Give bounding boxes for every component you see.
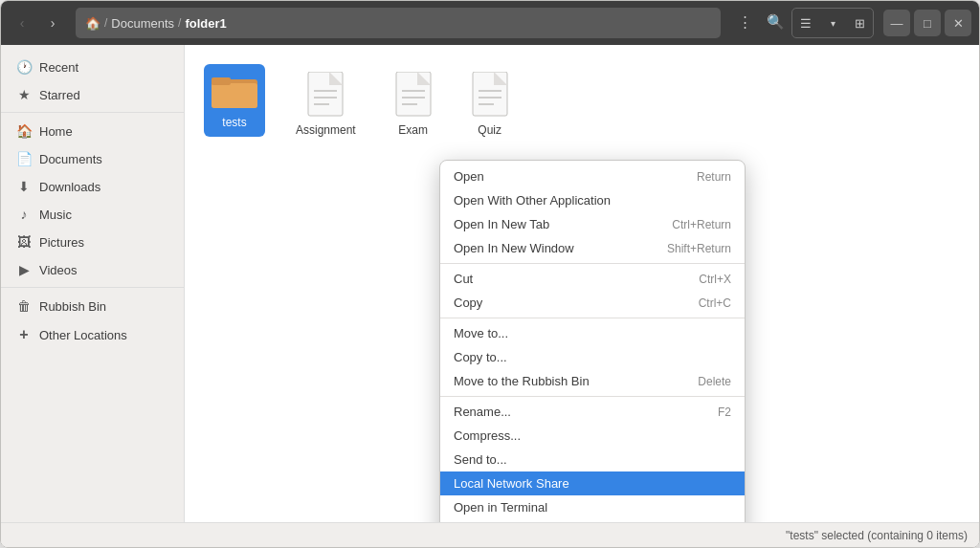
ctx-compress-label: Compress...: [454, 428, 521, 443]
sidebar-label-starred: Starred: [39, 88, 80, 102]
list-view-button[interactable]: ☰: [792, 9, 819, 37]
sidebar-item-downloads[interactable]: ⬇ Downloads: [5, 173, 180, 200]
context-menu: Open Return Open With Other Application …: [439, 160, 746, 522]
music-icon: ♪: [16, 207, 32, 222]
ctx-rename[interactable]: Rename... F2: [440, 400, 745, 424]
file-name-assignment: Assignment: [296, 123, 356, 137]
ctx-copy-to[interactable]: Copy to...: [440, 345, 745, 369]
videos-icon: ▶: [16, 262, 32, 277]
ctx-copy-to-label: Copy to...: [454, 350, 507, 364]
menu-button[interactable]: ⋮: [730, 8, 759, 36]
file-manager-window: ‹ › 🏠 / Documents / folder1 ⋮ 🔍 ☰ ▾ ⊞ — …: [0, 0, 980, 548]
grid-view-button[interactable]: ⊞: [846, 9, 873, 37]
documents-icon: 📄: [16, 151, 32, 166]
ctx-copy-shortcut: Ctrl+C: [699, 296, 731, 310]
ctx-open-terminal[interactable]: Open in Terminal: [440, 495, 745, 519]
ctx-rename-label: Rename...: [454, 405, 511, 419]
back-button[interactable]: ‹: [9, 10, 35, 36]
status-text: "tests" selected (containing 0 items): [786, 529, 968, 542]
ctx-cut[interactable]: Cut Ctrl+X: [440, 267, 745, 291]
sidebar-item-music[interactable]: ♪ Music: [5, 201, 180, 228]
file-item-exam[interactable]: Exam: [387, 64, 440, 144]
svg-rect-1: [212, 83, 257, 108]
sidebar-label-rubbish: Rubbish Bin: [39, 299, 106, 314]
ctx-cut-label: Cut: [454, 272, 473, 286]
sidebar-label-downloads: Downloads: [39, 180, 100, 194]
sidebar-item-home[interactable]: 🏠 Home: [5, 118, 180, 144]
sidebar-label-music: Music: [39, 208, 72, 222]
ctx-local-network-label: Local Network Share: [454, 476, 569, 491]
pictures-icon: 🖼: [16, 234, 32, 250]
minimize-button[interactable]: —: [883, 10, 910, 36]
file-item-assignment[interactable]: Assignment: [288, 64, 364, 144]
ctx-move-rubbish-shortcut: Delete: [698, 375, 731, 388]
ctx-send-to-label: Send to...: [454, 452, 507, 467]
sidebar-item-videos[interactable]: ▶ Videos: [5, 256, 180, 283]
downloads-icon: ⬇: [16, 179, 32, 194]
ctx-move-rubbish[interactable]: Move to the Rubbish Bin Delete: [440, 369, 745, 393]
ctx-move-to[interactable]: Move to...: [440, 321, 745, 345]
sidebar-item-pictures[interactable]: 🖼 Pictures: [5, 229, 180, 255]
main-content: 🕐 Recent ★ Starred 🏠 Home 📄 Documents ⬇: [1, 45, 979, 522]
ctx-open-new-tab-label: Open In New Tab: [454, 217, 549, 231]
header-actions: ⋮ 🔍 ☰ ▾ ⊞: [730, 8, 874, 38]
ctx-open-terminal-label: Open in Terminal: [454, 500, 547, 515]
file-name-tests: tests: [222, 116, 246, 129]
sidebar-label-other: Other Locations: [39, 328, 127, 342]
ctx-copy[interactable]: Copy Ctrl+C: [440, 291, 745, 315]
starred-icon: ★: [16, 87, 32, 102]
file-name-exam: Exam: [398, 123, 428, 137]
sidebar-label-home: Home: [39, 124, 73, 139]
rubbish-icon: 🗑: [16, 298, 32, 314]
sep2: /: [178, 16, 181, 30]
maximize-button[interactable]: □: [914, 10, 941, 36]
ctx-send-to[interactable]: Send to...: [440, 448, 745, 471]
close-button[interactable]: ✕: [945, 10, 971, 36]
sidebar: 🕐 Recent ★ Starred 🏠 Home 📄 Documents ⬇: [1, 45, 185, 522]
ctx-open-new-window-label: Open In New Window: [454, 241, 574, 255]
ctx-open-with-label: Open With Other Application: [454, 193, 611, 208]
ctx-sep2: [440, 318, 745, 318]
forward-button[interactable]: ›: [39, 10, 66, 36]
recent-icon: 🕐: [16, 59, 32, 75]
sidebar-label-documents: Documents: [39, 152, 102, 166]
ctx-copy-label: Copy: [454, 296, 482, 310]
statusbar: "tests" selected (containing 0 items): [1, 522, 979, 547]
sidebar-label-videos: Videos: [39, 263, 78, 277]
sidebar-item-recent[interactable]: 🕐 Recent: [5, 54, 180, 80]
sidebar-section-other: 🗑 Rubbish Bin + Other Locations: [1, 287, 184, 349]
sidebar-item-documents[interactable]: 📄 Documents: [5, 145, 180, 172]
ctx-open-new-tab-shortcut: Ctrl+Return: [672, 218, 731, 231]
doc-icon-assignment: [306, 72, 345, 118]
ctx-compress[interactable]: Compress...: [440, 424, 745, 448]
ctx-open[interactable]: Open Return: [440, 164, 745, 188]
file-name-quiz: Quiz: [478, 123, 501, 137]
ctx-open-label: Open: [454, 169, 484, 184]
sidebar-label-recent: Recent: [39, 60, 78, 75]
svg-rect-13: [473, 72, 507, 116]
ctx-open-with[interactable]: Open With Other Application: [440, 188, 745, 212]
view-toggle: ☰ ▾ ⊞: [791, 8, 874, 38]
doc-icon-exam: [394, 72, 433, 118]
ctx-move-to-label: Move to...: [454, 326, 508, 340]
file-item-quiz[interactable]: Quiz: [463, 64, 517, 144]
sidebar-item-starred[interactable]: ★ Starred: [5, 81, 180, 108]
breadcrumb-documents[interactable]: Documents: [111, 16, 174, 31]
list-view-dropdown[interactable]: ▾: [819, 9, 846, 37]
other-locations-icon: +: [16, 326, 32, 343]
ctx-move-rubbish-label: Move to the Rubbish Bin: [454, 374, 590, 388]
search-button[interactable]: 🔍: [761, 8, 790, 36]
breadcrumb: 🏠 / Documents / folder1: [76, 8, 721, 38]
ctx-open-new-window[interactable]: Open In New Window Shift+Return: [440, 236, 745, 260]
ctx-open-new-window-shortcut: Shift+Return: [667, 242, 731, 255]
ctx-open-shortcut: Return: [697, 170, 731, 184]
ctx-open-new-tab[interactable]: Open In New Tab Ctrl+Return: [440, 212, 745, 236]
home-sidebar-icon: 🏠: [16, 123, 32, 139]
file-item-tests[interactable]: tests: [204, 64, 265, 137]
sidebar-item-rubbish[interactable]: 🗑 Rubbish Bin: [5, 293, 180, 319]
breadcrumb-folder1[interactable]: folder1: [185, 16, 226, 31]
sidebar-item-other-locations[interactable]: + Other Locations: [5, 320, 180, 349]
sidebar-section-places: 🏠 Home 📄 Documents ⬇ Downloads ♪ Music 🖼: [1, 112, 184, 283]
ctx-local-network[interactable]: Local Network Share: [440, 471, 745, 495]
folder-icon-tests: [212, 72, 257, 110]
